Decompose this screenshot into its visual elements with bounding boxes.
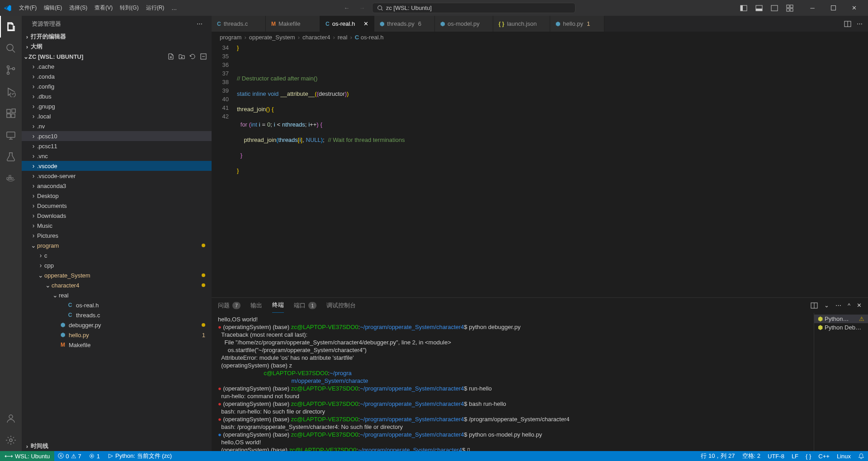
status-braces[interactable]: { } bbox=[802, 451, 815, 461]
panel-tab-terminal[interactable]: 终端 bbox=[272, 298, 284, 313]
panel-close-icon[interactable]: ✕ bbox=[857, 302, 862, 309]
status-problems[interactable]: ⓧ0⚠7 bbox=[54, 451, 85, 461]
status-encoding[interactable]: UTF-8 bbox=[764, 451, 788, 461]
section-timeline[interactable]: ›时间线 bbox=[22, 441, 212, 451]
layout-panel-icon[interactable] bbox=[751, 0, 767, 16]
activity-testing-icon[interactable] bbox=[0, 146, 22, 168]
tree-item[interactable]: ›cpp bbox=[22, 260, 212, 270]
refresh-icon[interactable] bbox=[189, 53, 196, 60]
tree-item[interactable]: ›.conda bbox=[22, 71, 212, 81]
layout-customize-icon[interactable] bbox=[782, 0, 797, 16]
status-line[interactable]: 行 10，列 27 bbox=[697, 451, 738, 461]
tree-item[interactable]: ›.pcsc10 bbox=[22, 131, 212, 141]
tree-item[interactable]: ⌄program bbox=[22, 240, 212, 250]
status-eol[interactable]: LF bbox=[788, 451, 802, 461]
tree-item[interactable]: ›Downloads bbox=[22, 211, 212, 221]
panel-tab-problems[interactable]: 问题7 bbox=[218, 298, 241, 313]
menu-more[interactable]: … bbox=[168, 0, 180, 16]
close-icon[interactable]: ✕ bbox=[363, 20, 368, 27]
status-lang[interactable]: C++ bbox=[815, 451, 833, 461]
editor-body[interactable]: 343536373839404142 } // Destructor calle… bbox=[212, 42, 868, 297]
split-editor-icon[interactable] bbox=[844, 20, 851, 28]
section-outline[interactable]: ›大纲 bbox=[22, 42, 212, 52]
panel-tab-ports[interactable]: 端口1 bbox=[294, 298, 316, 313]
activity-run-debug-icon[interactable] bbox=[0, 81, 22, 103]
new-folder-icon[interactable] bbox=[178, 53, 185, 60]
status-spaces[interactable]: 空格: 2 bbox=[739, 451, 764, 461]
tree-item[interactable]: ›Desktop bbox=[22, 191, 212, 201]
tree-item[interactable]: ›Documents bbox=[22, 201, 212, 211]
split-terminal-icon[interactable] bbox=[811, 302, 818, 309]
menu-run[interactable]: 运行(R) bbox=[142, 0, 168, 16]
menu-file[interactable]: 文件(F) bbox=[15, 0, 40, 16]
nav-forward-icon[interactable]: → bbox=[357, 3, 368, 14]
tree-item[interactable]: MMakefile bbox=[22, 340, 212, 350]
activity-extensions-icon[interactable] bbox=[0, 103, 22, 124]
tree-item[interactable]: ›Music bbox=[22, 221, 212, 230]
tree-item[interactable]: ⌄character4 bbox=[22, 280, 212, 290]
tree-item[interactable]: ›.cache bbox=[22, 61, 212, 71]
editor-tab[interactable]: ⬢os-model.py✕ bbox=[435, 16, 493, 32]
panel-maximize-icon[interactable]: ^ bbox=[848, 302, 850, 309]
tree-item[interactable]: ›c bbox=[22, 250, 212, 260]
status-bell-icon[interactable] bbox=[854, 451, 868, 461]
tree-item[interactable]: ›.vscode bbox=[22, 161, 212, 171]
terminal-list-item[interactable]: ⬢Python…⚠ bbox=[814, 315, 868, 323]
tree-item[interactable]: ⌄real bbox=[22, 290, 212, 300]
editor-tab[interactable]: Cthreads.c✕ bbox=[212, 16, 266, 32]
activity-source-control-icon[interactable] bbox=[0, 59, 22, 81]
collapse-icon[interactable] bbox=[200, 53, 207, 60]
menu-select[interactable]: 选择(S) bbox=[66, 0, 91, 16]
tree-item[interactable]: ›.nv bbox=[22, 121, 212, 131]
terminal-dropdown-icon[interactable]: ⌄ bbox=[824, 302, 829, 309]
layout-secondary-icon[interactable] bbox=[767, 0, 782, 16]
new-file-icon[interactable] bbox=[167, 53, 175, 60]
tree-item[interactable]: ›.pcsc11 bbox=[22, 141, 212, 151]
terminal-list-item[interactable]: ⬢Python Deb… bbox=[814, 323, 868, 332]
editor-tab[interactable]: Cos-real.h✕ bbox=[320, 16, 374, 32]
menu-edit[interactable]: 编辑(E) bbox=[40, 0, 66, 16]
tree-item[interactable]: ⌄opperate_System bbox=[22, 270, 212, 280]
code[interactable]: } // Destructor called after main() stat… bbox=[237, 42, 868, 297]
tree-item[interactable]: ›.gnupg bbox=[22, 101, 212, 111]
tree-item[interactable]: ›.local bbox=[22, 111, 212, 121]
activity-docker-icon[interactable] bbox=[0, 168, 22, 189]
editor-tab[interactable]: ⬢hello.py1✕ bbox=[550, 16, 604, 32]
editor-tab[interactable]: MMakefile✕ bbox=[266, 16, 320, 32]
terminal-output[interactable]: hello,OS world! ● (operatingSystem) (bas… bbox=[212, 313, 814, 451]
panel-tab-output[interactable]: 输出 bbox=[250, 298, 262, 313]
section-open-editors[interactable]: ›打开的编辑器 bbox=[22, 32, 212, 42]
tree-item[interactable]: ›.vnc bbox=[22, 151, 212, 161]
breadcrumb[interactable]: program›opperate_System›character4›real›… bbox=[212, 32, 868, 42]
nav-back-icon[interactable]: ← bbox=[341, 3, 352, 14]
menu-goto[interactable]: 转到(G) bbox=[116, 0, 142, 16]
tree-item[interactable]: Cthreads.c bbox=[22, 310, 212, 320]
status-remote[interactable]: ⟷WSL: Ubuntu bbox=[0, 451, 54, 461]
tree-item[interactable]: ⬢debugger.py bbox=[22, 320, 212, 330]
command-center[interactable]: zc [WSL: Ubuntu] bbox=[372, 3, 576, 13]
status-os[interactable]: Linux bbox=[833, 451, 854, 461]
editor-tab[interactable]: { }launch.json✕ bbox=[493, 16, 550, 32]
tree-item[interactable]: ⬢hello.py1 bbox=[22, 330, 212, 340]
tree-item[interactable]: ›Pictures bbox=[22, 230, 212, 240]
activity-account-icon[interactable] bbox=[0, 408, 22, 429]
tree-item[interactable]: ›.config bbox=[22, 81, 212, 91]
window-maximize[interactable] bbox=[823, 0, 844, 16]
status-ports[interactable]: 1 bbox=[85, 451, 104, 461]
section-workspace[interactable]: ⌄ZC [WSL: UBUNTU] bbox=[22, 52, 212, 61]
window-minimize[interactable]: ─ bbox=[802, 0, 823, 16]
tree-item[interactable]: ›anaconda3 bbox=[22, 181, 212, 191]
activity-search-icon[interactable] bbox=[0, 38, 22, 59]
panel-more-icon[interactable]: ⋯ bbox=[835, 302, 841, 309]
menu-view[interactable]: 查看(V) bbox=[91, 0, 116, 16]
sidebar-more-icon[interactable]: ⋯ bbox=[197, 20, 203, 27]
editor-tab[interactable]: ⬢threads.py6✕ bbox=[374, 16, 435, 32]
tree-item[interactable]: ›.dbus bbox=[22, 91, 212, 101]
panel-tab-debug[interactable]: 调试控制台 bbox=[326, 298, 356, 313]
activity-explorer-icon[interactable] bbox=[0, 16, 22, 38]
tabs-more-icon[interactable]: ⋯ bbox=[857, 20, 863, 27]
tree-item[interactable]: ›.vscode-server bbox=[22, 171, 212, 181]
activity-settings-icon[interactable] bbox=[0, 429, 22, 451]
status-debug[interactable]: Python: 当前文件 (zc) bbox=[104, 451, 175, 461]
window-close[interactable]: ✕ bbox=[844, 0, 864, 16]
